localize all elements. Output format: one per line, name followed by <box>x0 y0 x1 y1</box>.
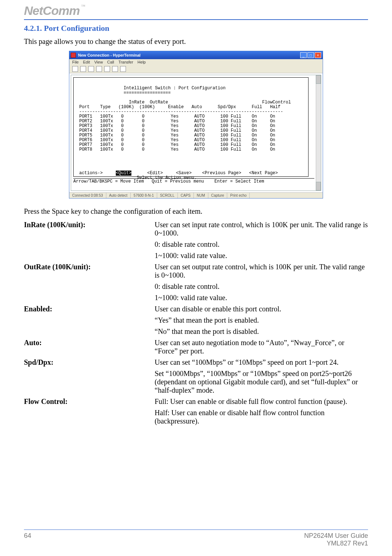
toolbar-icon[interactable] <box>88 66 94 72</box>
def-desc: Half: User can enable or disable half fl… <box>155 409 368 428</box>
menu-call[interactable]: Call <box>107 60 114 64</box>
app-icon <box>71 53 76 58</box>
def-desc: Set “1000Mbps”, “100Mbps” or “10Mbps” sp… <box>155 369 368 397</box>
def-term <box>24 316 155 327</box>
def-term <box>24 252 155 263</box>
def-term: Enabled: <box>24 305 155 316</box>
menu-view[interactable]: View <box>94 60 103 64</box>
def-term <box>24 409 155 428</box>
toolbar-icon[interactable] <box>112 66 118 72</box>
def-term <box>24 240 155 252</box>
menu-file[interactable]: File <box>72 60 79 64</box>
def-term: Flow Control: <box>24 397 155 409</box>
definition-list: InRate (100K/unit):User can set input ra… <box>24 221 368 428</box>
status-baud: 57600 8-N-1 <box>131 193 157 198</box>
terminal-viewport: Intelligent Switch : Port Configuration … <box>71 75 321 191</box>
def-term <box>24 282 155 294</box>
toolbar-icon[interactable] <box>120 66 126 72</box>
minimize-button[interactable]: _ <box>300 52 307 58</box>
footer-rev: YML827 Rev1 <box>304 540 368 547</box>
def-desc: 0: disable rate control. <box>155 282 368 294</box>
toolbar-icon[interactable] <box>104 66 110 72</box>
menu-bar: File Edit View Call Transfer Help <box>69 59 323 65</box>
footer-guide: NP2624M User Guide <box>304 532 368 540</box>
window-buttons: _ □ × <box>300 52 321 58</box>
def-term <box>24 369 155 397</box>
def-term: OutRate (100K/unit): <box>24 263 155 282</box>
header-rule <box>24 19 368 20</box>
def-term: Auto: <box>24 339 155 358</box>
status-scroll: SCROLL <box>157 193 178 198</box>
def-desc: User can set auto negotiation mode to “A… <box>155 339 368 358</box>
scroll-up-icon[interactable] <box>316 75 321 84</box>
scrollbar-track[interactable] <box>316 75 321 191</box>
status-capture: Capture <box>208 193 228 198</box>
def-term <box>24 327 155 339</box>
intro-text: This page allows you to change the statu… <box>24 37 368 46</box>
def-term: Spd/Dpx: <box>24 358 155 369</box>
def-desc: User can set output rate control, which … <box>155 263 368 282</box>
window-titlebar: New Connection - HyperTerminal _ □ × <box>69 51 323 59</box>
def-term <box>24 294 155 305</box>
def-desc: Full: User can enable or disable full fl… <box>155 397 368 409</box>
status-autodetect: Auto detect <box>106 193 131 198</box>
def-desc: “Yes” that mean the port is enabled. <box>155 316 368 327</box>
status-connected: Connected 0:08:53 <box>69 193 106 198</box>
status-printecho: Print echo <box>227 193 250 198</box>
def-desc: “No” that mean the port is disabled. <box>155 327 368 339</box>
mid-text: Press the Space key to change the config… <box>24 207 368 216</box>
menu-edit[interactable]: Edit <box>83 60 90 64</box>
scroll-down-icon[interactable] <box>316 182 321 191</box>
logo-tm: ™ <box>81 4 86 9</box>
maximize-button[interactable]: □ <box>307 52 314 58</box>
toolbar-icon[interactable] <box>96 66 102 72</box>
menu-transfer[interactable]: Transfer <box>118 60 133 64</box>
def-desc: User can disable or enable this port con… <box>155 305 368 316</box>
page-footer: 64 NP2624M User Guide YML827 Rev1 <box>24 530 368 547</box>
def-desc: User can set “100Mbps” or “10Mbps” speed… <box>155 358 368 369</box>
terminal-output: Intelligent Switch : Port Configuration … <box>71 75 321 191</box>
status-num: NUM <box>194 193 208 198</box>
def-desc: 1~1000: valid rate value. <box>155 294 368 305</box>
status-caps: CAPS <box>178 193 194 198</box>
def-desc: 1~1000: valid rate value. <box>155 252 368 263</box>
toolbar-icon[interactable] <box>72 66 78 72</box>
page-number: 64 <box>24 532 31 547</box>
def-term: InRate (100K/unit): <box>24 221 155 240</box>
toolbar <box>69 65 323 73</box>
status-bar: Connected 0:08:53 Auto detect 57600 8-N-… <box>69 192 323 198</box>
def-desc: 0: disable rate control. <box>155 240 368 252</box>
toolbar-icon[interactable] <box>80 66 86 72</box>
window-title: New Connection - HyperTerminal <box>78 53 300 57</box>
close-button[interactable]: × <box>315 52 321 58</box>
def-desc: User can set input rate control, which i… <box>155 221 368 240</box>
section-title: 4.2.1. Port Configuration <box>24 24 368 33</box>
menu-help[interactable]: Help <box>138 60 146 64</box>
hyperterminal-window: New Connection - HyperTerminal _ □ × Fil… <box>69 51 323 199</box>
logo-text: NetComm <box>24 4 80 18</box>
brand-logo: NetComm™ <box>24 4 368 18</box>
